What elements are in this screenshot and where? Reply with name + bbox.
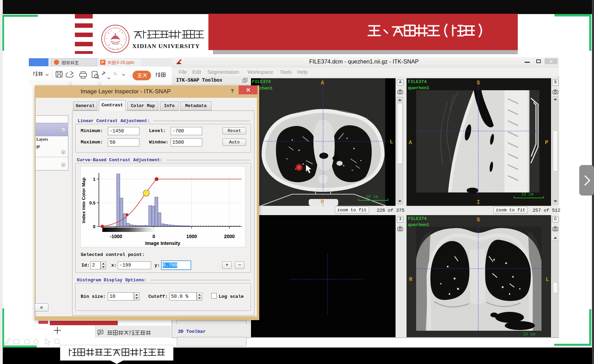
svg-text:0: 0 [152,234,155,239]
svg-text:1: 1 [93,177,95,182]
svg-text:10 cm: 10 cm [521,192,534,197]
svg-text:FILE374: FILE374 [252,79,271,84]
svg-text:querhen1: querhen1 [408,222,430,227]
svg-text:0: 0 [93,224,95,229]
svg-text:S: S [477,217,480,223]
svg-text:S: S [477,80,480,86]
svg-text:A: A [409,140,412,146]
svg-text:Image Intensity: Image Intensity [145,240,180,246]
svg-text:10 cm: 10 cm [523,332,535,337]
svg-text:FILE374: FILE374 [408,216,427,221]
svg-text:R: R [409,277,412,283]
svg-text:2000: 2000 [224,234,235,239]
svg-text:P: P [545,140,548,146]
svg-text:L: L [546,277,549,283]
svg-text:I: I [477,199,480,206]
svg-text:querhen1: querhen1 [408,85,430,91]
svg-text:-1000: -1000 [110,234,122,239]
svg-text:1000: 1000 [186,234,197,239]
svg-text:FILE374: FILE374 [408,79,427,84]
svg-text:0.5: 0.5 [89,200,95,206]
svg-text:Index Into Color Map: Index Into Color Map [81,177,86,223]
svg-text:zhen1: zhen1 [259,86,273,91]
svg-text:L: L [390,139,393,145]
svg-text:A: A [321,80,324,86]
svg-text:10 cm: 10 cm [366,195,378,199]
svg-text:P: P [321,199,324,205]
